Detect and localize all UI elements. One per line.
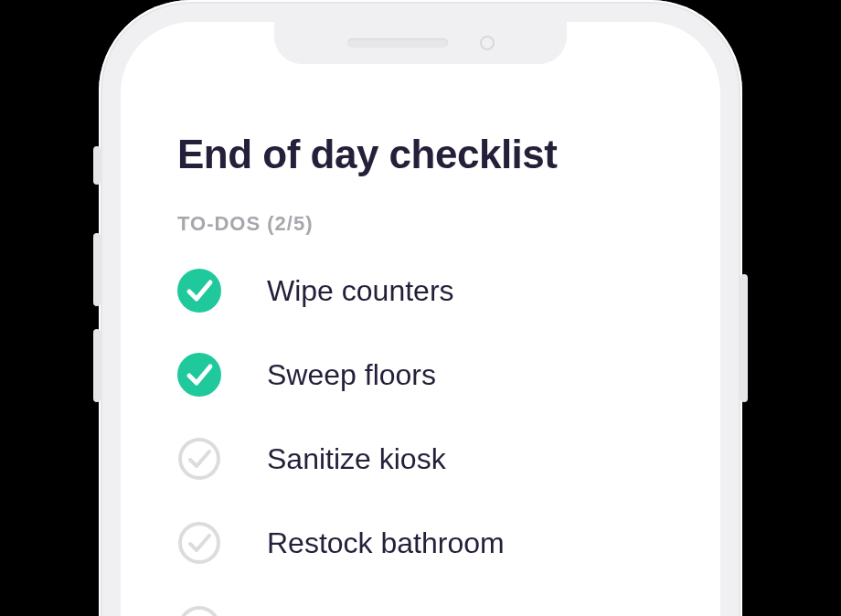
speaker-grille xyxy=(347,38,448,48)
svg-point-1 xyxy=(177,353,221,397)
phone-side-button xyxy=(93,233,101,306)
todo-item[interactable]: Put out garbage xyxy=(177,605,684,616)
todo-item[interactable]: Sweep floors xyxy=(177,353,684,397)
checkmark-empty-icon[interactable] xyxy=(177,521,221,565)
todo-item[interactable]: Restock bathroom xyxy=(177,521,684,565)
checkmark-empty-icon[interactable] xyxy=(177,605,221,616)
checkmark-empty-icon[interactable] xyxy=(177,437,221,481)
todo-item-label: Wipe counters xyxy=(267,274,454,308)
todo-item-label: Sweep floors xyxy=(267,358,436,392)
front-camera xyxy=(480,36,495,50)
phone-notch xyxy=(274,22,567,64)
todo-item[interactable]: Sanitize kiosk xyxy=(177,437,684,481)
phone-side-button xyxy=(93,146,101,185)
stage: End of day checklist TO-DOS (2/5) Wipe c… xyxy=(0,0,841,616)
svg-point-0 xyxy=(177,269,221,313)
todo-item-label: Sanitize kiosk xyxy=(267,442,446,476)
svg-point-3 xyxy=(180,524,218,562)
todo-item-label: Put out garbage xyxy=(267,611,475,617)
checkmark-done-icon[interactable] xyxy=(177,353,221,397)
todo-item[interactable]: Wipe counters xyxy=(177,269,684,313)
svg-point-4 xyxy=(180,608,218,616)
checkmark-done-icon[interactable] xyxy=(177,269,221,313)
section-header-todos: TO-DOS (2/5) xyxy=(177,212,684,236)
checklist-screen: End of day checklist TO-DOS (2/5) Wipe c… xyxy=(177,132,684,616)
svg-point-2 xyxy=(180,440,218,478)
phone-device-frame: End of day checklist TO-DOS (2/5) Wipe c… xyxy=(99,0,742,616)
todo-item-label: Restock bathroom xyxy=(267,526,505,560)
page-title: End of day checklist xyxy=(177,132,684,177)
todo-list: Wipe counters Sweep floors Sanitize kios… xyxy=(177,269,684,616)
phone-side-button xyxy=(740,274,748,402)
phone-screen: End of day checklist TO-DOS (2/5) Wipe c… xyxy=(121,22,720,616)
phone-side-button xyxy=(93,329,101,402)
